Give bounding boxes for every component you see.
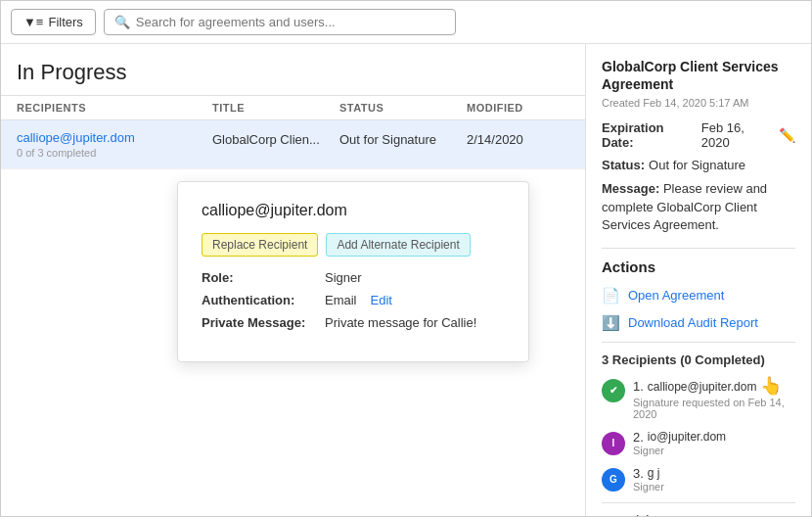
activity-label: Activity xyxy=(616,513,659,516)
message-label: Message: xyxy=(602,181,659,196)
recipient-sub-3: Signer xyxy=(633,481,664,493)
recipient-email-1: calliope@jupiter.dom xyxy=(648,380,757,394)
right-panel: GlobalCorp Client Services Agreement Cre… xyxy=(586,44,811,516)
expiration-value: Feb 16, 2020 xyxy=(701,120,775,150)
recipients-title: 3 Recipients (0 Completed) xyxy=(602,352,795,367)
table-row[interactable]: calliope@jupiter.dom 0 of 3 completed Gl… xyxy=(1,120,585,169)
popup-role-field: Role: Signer xyxy=(202,270,505,285)
recipient-cell: calliope@jupiter.dom 0 of 3 completed xyxy=(17,130,212,159)
recipient-info-2: 2. io@jupiter.dom Signer xyxy=(633,430,726,456)
agreement-table: RECIPIENTS TITLE STATUS MODIFIED calliop… xyxy=(1,95,585,169)
expiration-label: Expiration Date: xyxy=(602,120,698,150)
recipient-info-1: 1. calliope@jupiter.dom 👆 Signature requ… xyxy=(633,377,795,420)
recipient-item-1: ✔ 1. calliope@jupiter.dom 👆 Signature re… xyxy=(602,377,795,420)
recipient-email-2: io@jupiter.dom xyxy=(648,430,726,444)
message-row: Message: Please review and complete Glob… xyxy=(602,180,795,234)
filter-icon: ▼≡ xyxy=(23,15,43,29)
col-header-modified: MODIFIED xyxy=(467,102,555,114)
filter-button[interactable]: ▼≡ Filters xyxy=(11,9,96,35)
avatar-initials-2: I xyxy=(612,438,615,448)
main-layout: In Progress RECIPIENTS TITLE STATUS MODI… xyxy=(1,44,811,516)
cursor-icon: 👆 xyxy=(760,375,782,397)
status-cell: Out for Signature xyxy=(339,130,467,147)
auth-label: Authentication: xyxy=(202,293,319,307)
recipient-email: calliope@jupiter.dom xyxy=(17,130,212,145)
expiration-row: Expiration Date: Feb 16, 2020 ✏️ xyxy=(602,120,795,150)
status-row: Status: Out for Signature xyxy=(602,158,795,172)
search-icon: 🔍 xyxy=(114,15,130,29)
divider-2 xyxy=(602,342,795,343)
replace-recipient-button[interactable]: Replace Recipient xyxy=(202,233,318,257)
avatar-initials-3: G xyxy=(609,474,617,485)
open-agreement-label: Open Agreement xyxy=(628,288,724,303)
recipient-number-2: 2. xyxy=(633,430,644,445)
recipient-sub-1: Signature requested on Feb 14, 2020 xyxy=(633,397,795,420)
popup-email: calliope@jupiter.dom xyxy=(202,202,505,219)
filter-label: Filters xyxy=(48,15,82,29)
toolbar: ▼≡ Filters 🔍 xyxy=(1,1,811,44)
popup-card: calliope@jupiter.dom Replace Recipient A… xyxy=(177,181,529,362)
left-panel: In Progress RECIPIENTS TITLE STATUS MODI… xyxy=(1,44,586,516)
avatar-initials-1: ✔ xyxy=(609,385,617,396)
edit-expiration-icon[interactable]: ✏️ xyxy=(779,127,795,143)
table-header: RECIPIENTS TITLE STATUS MODIFIED xyxy=(1,95,585,120)
search-input[interactable] xyxy=(136,15,445,29)
agreement-title: GlobalCorp Client Services Agreement xyxy=(602,58,795,93)
role-value: Signer xyxy=(325,270,362,285)
section-title: In Progress xyxy=(1,44,585,95)
title-cell: GlobalCorp Clien... xyxy=(212,130,339,147)
agreement-created: Created Feb 14, 2020 5:17 AM xyxy=(602,97,795,109)
col-header-recipients: RECIPIENTS xyxy=(17,102,212,114)
recipient-avatar-2: I xyxy=(602,432,625,455)
popup-actions: Replace Recipient Add Alternate Recipien… xyxy=(202,233,505,257)
auth-value: Email xyxy=(325,293,357,307)
actions-title: Actions xyxy=(602,258,795,275)
download-icon: ⬇️ xyxy=(602,314,620,332)
recipient-email-3: g j xyxy=(648,466,660,480)
document-icon: 📄 xyxy=(602,287,620,305)
recipient-info-3: 3. g j Signer xyxy=(633,466,664,493)
modified-cell: 2/14/2020 xyxy=(467,130,555,147)
recipient-item-3: G 3. g j Signer xyxy=(602,466,795,493)
download-audit-label: Download Audit Report xyxy=(628,315,758,330)
recipient-number-1: 1. xyxy=(633,379,644,394)
recipient-item-2: I 2. io@jupiter.dom Signer xyxy=(602,430,795,456)
recipient-avatar-3: G xyxy=(602,468,625,492)
popup-auth-field: Authentication: Email Edit xyxy=(202,293,505,307)
private-value: Private message for Callie! xyxy=(325,315,476,330)
status-label: Status: xyxy=(602,158,645,172)
auth-edit-link[interactable]: Edit xyxy=(371,293,392,307)
chevron-right-icon: ▶ xyxy=(602,514,610,516)
col-header-title: TITLE xyxy=(212,102,339,114)
popup-private-field: Private Message: Private message for Cal… xyxy=(202,315,505,330)
download-audit-action[interactable]: ⬇️ Download Audit Report xyxy=(602,314,795,332)
recipient-number-3: 3. xyxy=(633,466,644,481)
recipient-completed: 0 of 3 completed xyxy=(17,147,212,159)
open-agreement-action[interactable]: 📄 Open Agreement xyxy=(602,287,795,305)
private-label: Private Message: xyxy=(202,315,319,330)
add-alternate-button[interactable]: Add Alternate Recipient xyxy=(326,233,470,257)
col-header-status: STATUS xyxy=(339,102,467,114)
search-box: 🔍 xyxy=(104,9,456,35)
divider-1 xyxy=(602,248,795,249)
recipient-avatar-1: ✔ xyxy=(602,379,625,402)
role-label: Role: xyxy=(202,270,319,285)
recipient-sub-2: Signer xyxy=(633,445,726,456)
activity-section[interactable]: ▶ Activity xyxy=(602,502,795,516)
status-value: Out for Signature xyxy=(649,158,745,172)
